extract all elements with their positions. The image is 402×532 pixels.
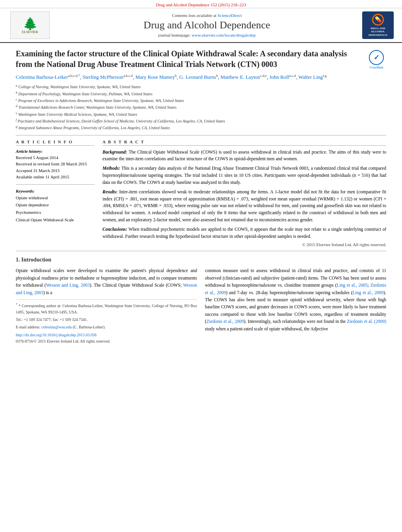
page-container: Drug and Alcohol Dependence 152 (2015) 2… bbox=[0, 0, 402, 351]
footnotes-area: * * Corresponding author at: Celestina B… bbox=[16, 299, 197, 345]
crossmark-area: ✓ CrossMark bbox=[367, 50, 386, 69]
affil-d: d Translational Addictions Research Cent… bbox=[16, 104, 386, 110]
results-label: Results: bbox=[102, 189, 117, 194]
doi-line: http://dx.doi.org/10.1016/j.drugalcdep.2… bbox=[16, 332, 197, 338]
email-link[interactable]: celestina@wsu.edu bbox=[41, 325, 72, 329]
intro-left-para: Opiate withdrawal scales were developed … bbox=[16, 267, 197, 296]
footnote-email: E-mail address: celestina@wsu.edu (C. Ba… bbox=[16, 324, 197, 330]
sup-a: a,b,c,d,* bbox=[68, 74, 80, 78]
intro-right-col: common measure used to assess withdrawal… bbox=[205, 267, 386, 346]
elsevier-logo-text: ELSEVIER bbox=[22, 30, 38, 34]
drug-circle-icon: 💊 bbox=[372, 14, 384, 26]
journal-logo-right: 💊 DRUG AND ALCOHOL DEPENDENCE bbox=[360, 11, 396, 39]
author-burns[interactable]: G. Leonard Burns bbox=[179, 74, 216, 80]
article-info-abstract: A R T I C L E I N F O Article history: R… bbox=[16, 139, 386, 247]
abstract-results: Results: Inter-item correlations showed … bbox=[102, 189, 386, 224]
journal-citation: Drug and Alcohol Dependence 152 (2015) 2… bbox=[156, 2, 246, 7]
intro-right-para: common measure used to assess withdrawal… bbox=[205, 267, 386, 332]
sup-e: c,d,e bbox=[260, 74, 267, 78]
affiliations: a College of Nursing, Washington State U… bbox=[16, 83, 386, 131]
article-history: Article history: Received 5 August 2014 … bbox=[16, 149, 95, 180]
sup-g: f,g bbox=[323, 74, 327, 78]
issn-line: 0376-8716/© 2015 Elsevier Ireland Ltd. A… bbox=[16, 338, 197, 345]
affil-g: g Integrated Substance Abuse Programs, U… bbox=[16, 124, 386, 131]
author-ling[interactable]: Walter Ling bbox=[298, 74, 323, 80]
author-layton[interactable]: Matthew E. Layton bbox=[220, 74, 260, 80]
introduction-section: 1. Introduction Opiate withdrawal scales… bbox=[16, 251, 386, 346]
received-date: Received 5 August 2014 bbox=[16, 154, 95, 161]
journal-title: Drug and Alcohol Dependence bbox=[54, 19, 360, 31]
email-person: (C. Barbosa-Leiker). bbox=[73, 325, 106, 329]
author-roll[interactable]: John Roll bbox=[270, 74, 289, 80]
section-number: 1. bbox=[16, 257, 20, 263]
affil-a: a College of Nursing, Washington State U… bbox=[16, 83, 386, 90]
crossmark-icon[interactable]: ✓ bbox=[369, 50, 384, 65]
intro-body: Opiate withdrawal scales were developed … bbox=[16, 267, 386, 346]
author-barbosa-leiker[interactable]: Celestina Barbosa-Leiker bbox=[16, 74, 68, 80]
sciencedirect-anchor[interactable]: ScienceDirect bbox=[218, 13, 242, 18]
sciencedirect-link: Contents lists available at ScienceDirec… bbox=[54, 13, 360, 18]
abstract-text: Background: The Clinical Opiate Withdraw… bbox=[102, 149, 386, 240]
homepage-url[interactable]: www.elsevier.com/locate/drugalcdep bbox=[192, 33, 255, 37]
affil-e: e Washington State University Medical Sc… bbox=[16, 111, 386, 117]
article-content: Examining the factor structure of the Cl… bbox=[0, 43, 402, 351]
keyword-1: Opiate withdrawal bbox=[16, 194, 95, 202]
background-text: The Clinical Opiate Withdrawal Scale (CO… bbox=[102, 150, 386, 161]
authors-line: Celestina Barbosa-Leikera,b,c,d,*, Sterl… bbox=[16, 74, 386, 80]
journal-logo-text: DRUG AND ALCOHOL DEPENDENCE bbox=[364, 27, 392, 37]
conclusions-label: Conclusions: bbox=[102, 227, 127, 232]
intro-left-col: Opiate withdrawal scales were developed … bbox=[16, 267, 197, 346]
received-revised-date: Received in revised form 28 March 2015 bbox=[16, 161, 95, 167]
ziedonis-2009-link-2[interactable]: Ziedonis et al., 2009 bbox=[207, 319, 244, 324]
abstract-methods: Methods: This is a secondary data analys… bbox=[102, 165, 386, 186]
info-divider bbox=[16, 184, 95, 185]
journal-homepage: journal homepage: www.elsevier.com/locat… bbox=[54, 33, 360, 37]
ling-2005-link[interactable]: Ling et al., 2005 bbox=[337, 283, 368, 287]
abstract-background: Background: The Clinical Opiate Withdraw… bbox=[102, 149, 386, 163]
accepted-date: Accepted 31 March 2015 bbox=[16, 167, 95, 174]
section-title-text: Introduction bbox=[21, 257, 51, 263]
sup-b: a,b,c,d bbox=[123, 74, 133, 78]
abstract-conclusions: Conclusions: When traditional psychometr… bbox=[102, 226, 386, 240]
journal-logo-img: 💊 DRUG AND ALCOHOL DEPENDENCE bbox=[362, 11, 394, 39]
wesson-link-1[interactable]: Wesson and Ling, 2003 bbox=[46, 283, 90, 287]
doi-link[interactable]: http://dx.doi.org/10.1016/j.drugalcdep.2… bbox=[16, 333, 97, 337]
keywords-label: Keywords: bbox=[16, 189, 95, 193]
email-label: E-mail address: bbox=[16, 325, 40, 329]
keywords-group: Keywords: Opiate withdrawal Opiate depen… bbox=[16, 189, 95, 224]
sup-d: b bbox=[216, 74, 218, 78]
methods-text: This is a secondary data analysis of the… bbox=[102, 166, 386, 185]
history-label: Article history: bbox=[16, 149, 95, 154]
footnote-corresponding: * * Corresponding author at: Celestina B… bbox=[16, 302, 197, 315]
author-mamey[interactable]: Mary Rose Mamey bbox=[135, 74, 175, 80]
section-title: 1. Introduction bbox=[16, 257, 386, 263]
footnote-tel: Tel.: +1 509 324 7477; fax: +1 509 324 7… bbox=[16, 317, 197, 323]
ling-2009-link[interactable]: Ling et al., 2009 bbox=[353, 290, 384, 295]
results-text: Inter-item correlations showed weak to m… bbox=[102, 189, 386, 222]
affil-f: f Psychiatry and Biobehavioral Sciences,… bbox=[16, 118, 386, 124]
author-mcpherson[interactable]: Sterling McPherson bbox=[82, 74, 123, 80]
article-title-section: Examining the factor structure of the Cl… bbox=[16, 48, 386, 70]
keywords-list: Opiate withdrawal Opiate dependence Psyc… bbox=[16, 194, 95, 224]
methods-label: Methods: bbox=[102, 166, 120, 171]
conclusions-text: When traditional psychometric models are… bbox=[102, 227, 386, 239]
copyright-line: © 2015 Elsevier Ireland Ltd. All rights … bbox=[102, 242, 386, 247]
sup-f: a,c,d bbox=[289, 74, 296, 78]
journal-header: 🌲 ELSEVIER Contents lists available at S… bbox=[0, 8, 402, 43]
abstract-col: A B S T R A C T Background: The Clinical… bbox=[102, 139, 386, 247]
wesson-link-2[interactable]: Wesson and Ling, 2003 bbox=[16, 283, 197, 295]
ziedonis-2009-link-3[interactable]: Ziedonis et al. (2009) bbox=[347, 319, 386, 324]
keyword-4: Clinical Opiate Withdrawal Scale bbox=[16, 216, 95, 224]
article-info-header: A R T I C L E I N F O bbox=[16, 139, 95, 146]
contents-available-text: Contents lists available at bbox=[172, 13, 216, 18]
abstract-header: A B S T R A C T bbox=[102, 139, 386, 146]
article-title: Examining the factor structure of the Cl… bbox=[16, 48, 367, 70]
elsevier-logo-area: 🌲 ELSEVIER bbox=[6, 11, 54, 39]
crossmark-label: CrossMark bbox=[369, 66, 383, 69]
affil-b: b Department of Psychology, Washington S… bbox=[16, 91, 386, 97]
header-divider bbox=[16, 135, 386, 135]
sup-c: b bbox=[175, 74, 177, 78]
affil-c: c Program of Excellence in Addictions Re… bbox=[16, 97, 386, 104]
article-info-col: A R T I C L E I N F O Article history: R… bbox=[16, 139, 95, 247]
background-label: Background: bbox=[102, 150, 127, 154]
